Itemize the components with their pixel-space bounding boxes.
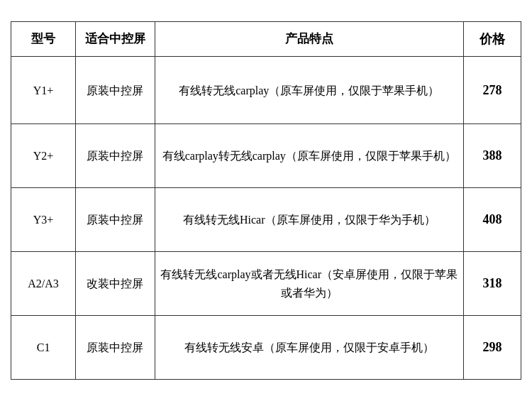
cell-price: 298	[463, 316, 521, 380]
table-row: C1原装中控屏有线转无线安卓（原车屏使用，仅限于安卓手机）298	[11, 316, 521, 380]
product-table: 型号 适合中控屏 产品特点 价格 Y1+原装中控屏有线转无线carplay（原车…	[11, 21, 521, 380]
cell-model: Y3+	[11, 188, 76, 252]
table-row: A2/A3改装中控屏有线转无线carplay或者无线Hicar（安卓屏使用，仅限…	[11, 252, 521, 316]
cell-model: A2/A3	[11, 252, 76, 316]
cell-features: 有线转无线安卓（原车屏使用，仅限于安卓手机）	[155, 316, 463, 380]
table-row: Y2+原装中控屏有线carplay转无线carplay（原车屏使用，仅限于苹果手…	[11, 124, 521, 188]
cell-screen: 原装中控屏	[76, 188, 155, 252]
cell-model: Y2+	[11, 124, 76, 188]
cell-price: 318	[463, 252, 521, 316]
header-price: 价格	[463, 21, 521, 57]
header-screen: 适合中控屏	[76, 21, 155, 57]
cell-price: 408	[463, 188, 521, 252]
cell-features: 有线转无线carplay或者无线Hicar（安卓屏使用，仅限于苹果或者华为）	[155, 252, 463, 316]
cell-screen: 原装中控屏	[76, 124, 155, 188]
cell-model: Y1+	[11, 57, 76, 124]
cell-features: 有线转无线carplay（原车屏使用，仅限于苹果手机）	[155, 57, 463, 124]
cell-screen: 原装中控屏	[76, 316, 155, 380]
cell-price: 278	[463, 57, 521, 124]
cell-features: 有线转无线Hicar（原车屏使用，仅限于华为手机）	[155, 188, 463, 252]
product-table-container: 型号 适合中控屏 产品特点 价格 Y1+原装中控屏有线转无线carplay（原车…	[11, 21, 521, 380]
cell-model: C1	[11, 316, 76, 380]
table-header-row: 型号 适合中控屏 产品特点 价格	[11, 21, 521, 57]
header-features: 产品特点	[155, 21, 463, 57]
table-row: Y3+原装中控屏有线转无线Hicar（原车屏使用，仅限于华为手机）408	[11, 188, 521, 252]
header-model: 型号	[11, 21, 76, 57]
cell-screen: 原装中控屏	[76, 57, 155, 124]
cell-screen: 改装中控屏	[76, 252, 155, 316]
cell-features: 有线carplay转无线carplay（原车屏使用，仅限于苹果手机）	[155, 124, 463, 188]
cell-price: 388	[463, 124, 521, 188]
table-row: Y1+原装中控屏有线转无线carplay（原车屏使用，仅限于苹果手机）278	[11, 57, 521, 124]
